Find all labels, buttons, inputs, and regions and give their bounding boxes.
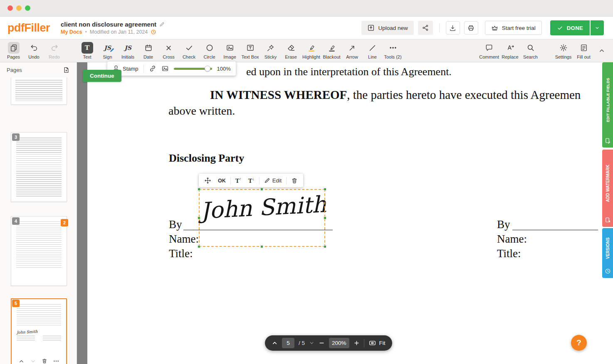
move-page-down-button[interactable] — [30, 358, 36, 364]
zoom-in-button[interactable] — [353, 340, 360, 346]
text-box-icon — [246, 44, 255, 52]
zoom-bar: 5 / 5 200% Fit — [265, 335, 392, 351]
decrease-font-button[interactable]: T↓ — [245, 175, 257, 186]
image-opacity-button[interactable] — [161, 65, 169, 72]
minimize-window-button[interactable] — [16, 5, 22, 11]
ok-button[interactable]: OK — [215, 175, 229, 186]
resize-handle[interactable] — [198, 216, 200, 219]
tool-line[interactable]: Line — [362, 39, 383, 62]
arrow-icon — [348, 44, 356, 52]
move-signature-button[interactable] — [201, 175, 214, 186]
move-page-up-button[interactable] — [18, 358, 25, 364]
tool-replace[interactable]: Replace — [500, 39, 520, 62]
tool-undo[interactable]: Undo — [24, 39, 44, 62]
signature-line-right — [512, 230, 598, 230]
slider-knob[interactable] — [205, 66, 210, 71]
pdffiller-logo[interactable]: pdfFiller — [7, 22, 50, 34]
thumbnail-text-preview — [17, 304, 61, 326]
close-window-button[interactable] — [7, 5, 13, 11]
resize-handle[interactable] — [260, 188, 263, 191]
zoom-level-value[interactable]: 200% — [329, 338, 349, 348]
tool-blackout[interactable]: Blackout — [321, 39, 342, 62]
upload-new-button[interactable]: Upload new — [361, 21, 414, 35]
share-icon — [422, 24, 429, 32]
edit-signature-button[interactable]: Edit — [261, 175, 284, 186]
resize-handle[interactable] — [198, 245, 200, 248]
page-more-options-button[interactable] — [53, 358, 59, 364]
tool-image[interactable]: Image — [220, 39, 240, 62]
thumbnail-sign-block-right — [43, 336, 61, 341]
pages-icon — [10, 44, 18, 52]
tool-highlight[interactable]: Highlight — [301, 39, 321, 62]
by-label-right: By — [497, 218, 510, 231]
tool-sticky[interactable]: Sticky — [260, 39, 281, 62]
title-label-left: Title: — [169, 247, 193, 260]
done-dropdown-button[interactable] — [591, 20, 604, 35]
tool-check[interactable]: Check — [179, 39, 199, 62]
next-page-button[interactable] — [309, 340, 314, 346]
edit-fillable-fields-tab[interactable]: EDIT FILLABLE FIELDS — [602, 62, 613, 148]
tool-search[interactable]: Search — [520, 39, 541, 62]
add-page-icon[interactable] — [63, 66, 70, 74]
increase-font-button[interactable]: T↑ — [232, 175, 245, 186]
tool-text[interactable]: T Text — [77, 39, 97, 62]
add-watermark-tab[interactable]: ADD WATERMARK — [602, 150, 613, 227]
opacity-slider[interactable] — [174, 68, 212, 70]
tool-arrow[interactable]: Arrow — [342, 39, 362, 62]
resize-handle[interactable] — [198, 188, 200, 191]
tool-redo[interactable]: Redo — [44, 39, 64, 62]
collapse-toolbar-button[interactable] — [594, 39, 610, 62]
tool-tools-more[interactable]: Tools (2) — [383, 39, 403, 62]
page-number-input[interactable]: 5 — [282, 338, 294, 348]
edit-title-icon[interactable] — [159, 22, 165, 27]
maximize-window-button[interactable] — [25, 5, 30, 11]
zoom-out-button[interactable] — [319, 340, 325, 346]
resize-handle[interactable] — [324, 188, 326, 191]
name-label-left: Name: — [169, 233, 199, 246]
tool-comment[interactable]: Comment — [478, 39, 500, 62]
tool-sign[interactable]: JS Sign — [97, 39, 118, 62]
main-toolbar: Pages Undo Redo T Text JS Sign JS Initia… — [0, 39, 613, 62]
thumbnail-text-preview — [15, 80, 62, 101]
fit-button[interactable]: Fit — [368, 339, 386, 347]
sign-icon: JS — [104, 44, 111, 51]
tool-erase[interactable]: Erase — [281, 39, 301, 62]
page-total: / 5 — [299, 340, 305, 346]
link-button[interactable] — [149, 65, 156, 72]
start-free-trial-button[interactable]: Start free trial — [485, 21, 542, 35]
delete-signature-button[interactable] — [288, 175, 301, 186]
tool-date[interactable]: Date — [138, 39, 158, 62]
page-thumbnail-3[interactable]: 3 — [11, 132, 67, 202]
document-page[interactable]: ed upon in the interpretation of this Ag… — [87, 62, 602, 364]
previous-page-button[interactable] — [272, 340, 278, 346]
tool-settings[interactable]: Settings — [553, 39, 573, 62]
delete-page-button[interactable] — [42, 358, 47, 364]
resize-handle[interactable] — [324, 245, 326, 248]
pin-icon — [267, 44, 274, 52]
page-thumbnail-4[interactable]: 4 2 — [11, 216, 67, 286]
start-free-trial-label: Start free trial — [502, 25, 536, 31]
tool-initials[interactable]: JS Initials — [118, 39, 138, 62]
resize-handle[interactable] — [324, 216, 326, 219]
pages-panel-title: Pages — [7, 67, 22, 73]
download-icon — [449, 25, 456, 32]
download-button[interactable] — [446, 21, 460, 34]
tool-pages[interactable]: Pages — [3, 39, 24, 62]
print-button[interactable] — [464, 21, 478, 34]
share-button[interactable] — [418, 21, 433, 35]
help-button[interactable]: ? — [571, 335, 587, 351]
tool-circle[interactable]: Circle — [199, 39, 220, 62]
done-button[interactable]: DONE — [550, 20, 590, 35]
tool-fill-out[interactable]: Fill out — [573, 39, 594, 62]
tool-cross[interactable]: Cross — [158, 39, 179, 62]
continue-button[interactable]: Continue — [83, 70, 121, 82]
signature-selection-box[interactable] — [199, 189, 325, 247]
page-thumbnail-5[interactable]: 5 John Smith — [11, 298, 67, 364]
tool-text-box[interactable]: Text Box — [240, 39, 260, 62]
versions-tab[interactable]: VERSIONS — [602, 228, 613, 278]
my-docs-link[interactable]: My Docs — [61, 29, 82, 35]
header-divider — [439, 23, 440, 32]
check-icon — [185, 44, 193, 52]
resize-handle[interactable] — [260, 245, 263, 248]
page-thumbnail-partial[interactable] — [11, 77, 67, 105]
